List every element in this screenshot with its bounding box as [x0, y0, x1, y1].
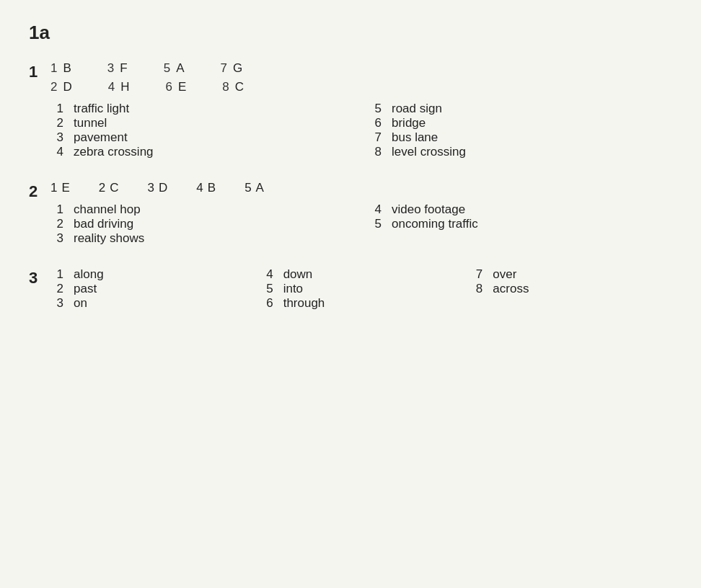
s2-vocab-text-4: video footage: [392, 202, 465, 217]
section1-answers-row1: 1 B 3 F 5 A 7 G: [50, 61, 672, 76]
s3-vocab-item-1: 1 along: [50, 267, 253, 282]
section-2-content: 1 E 2 C 3 D 4 B 5 A 1: [50, 181, 672, 246]
s1-pair-val-6: E: [178, 80, 186, 94]
s3-vocab-item-4: 4 down: [260, 267, 463, 282]
s3-vocab-num-5: 5: [260, 282, 273, 296]
s1-pair-val-4: H: [120, 80, 129, 94]
s3-vocab-text-4: down: [283, 267, 313, 282]
section-3: 3 1 along 2 past 3 on 4: [29, 267, 672, 311]
section-3-number: 3: [29, 267, 50, 288]
s3-vocab-text-6: through: [283, 296, 325, 311]
vocab-text-1: traffic light: [74, 102, 129, 116]
vocab-num-3: 3: [50, 130, 63, 145]
s1-pair-val-8: C: [235, 80, 244, 94]
section3-vocab: 1 along 2 past 3 on 4 down 5: [50, 267, 672, 311]
s2-num-1: 1: [50, 181, 57, 195]
section-1-number: 1: [29, 61, 50, 81]
s2-vocab-text-1: channel hop: [74, 202, 141, 217]
section-1-content: 1 B 3 F 5 A 7 G 2 D 4 H: [50, 61, 672, 159]
s2-num-3: 3: [148, 181, 154, 195]
s1-pair-num-1a: 1: [50, 61, 57, 76]
s3-vocab-text-5: into: [283, 282, 303, 296]
vocab-num-5: 5: [369, 102, 382, 116]
s2-answer-2: 2 C: [99, 181, 119, 195]
s1-pair-num-4: 4: [108, 80, 115, 94]
s1-pair-7: 7 G: [220, 61, 242, 76]
s2-vocab-num-3: 3: [50, 231, 63, 246]
section1-vocab: 1 traffic light 2 tunnel 3 pavement 4 ze…: [50, 102, 672, 159]
s1-pair-num-3: 3: [107, 61, 114, 76]
vocab-text-5: road sign: [392, 102, 442, 116]
section3-vocab-col3: 7 over 8 across: [469, 267, 672, 311]
s1-pair-num-8: 8: [222, 80, 229, 94]
s1-pair-1: 1 B: [50, 61, 71, 76]
s3-vocab-num-1: 1: [50, 267, 63, 282]
s2-vocab-text-3: reality shows: [74, 231, 144, 246]
section-2-number: 2: [29, 181, 50, 201]
s2-val-5: A: [256, 181, 264, 195]
s3-vocab-num-4: 4: [260, 267, 273, 282]
s3-vocab-text-7: over: [493, 267, 516, 282]
section2-answers-row: 1 E 2 C 3 D 4 B 5 A: [50, 181, 672, 195]
vocab-item-1: 1 traffic light: [50, 102, 354, 116]
s1-pair-val-2: D: [63, 80, 71, 94]
s3-vocab-text-1: along: [74, 267, 104, 282]
s2-answer-5: 5 A: [244, 181, 264, 195]
s3-vocab-num-3: 3: [50, 296, 63, 311]
s2-num-5: 5: [244, 181, 251, 195]
vocab-num-7: 7: [369, 130, 382, 145]
s2-vocab-item-3: 3 reality shows: [50, 231, 354, 246]
s2-val-1: E: [61, 181, 69, 195]
s1-pair-val-5: A: [176, 61, 184, 76]
section-2: 2 1 E 2 C 3 D 4 B 5 A: [29, 181, 672, 246]
s2-vocab-text-5: oncoming traffic: [392, 217, 478, 231]
s2-val-4: B: [208, 181, 216, 195]
vocab-text-3: pavement: [74, 130, 128, 145]
section1-vocab-left: 1 traffic light 2 tunnel 3 pavement 4 ze…: [50, 102, 354, 159]
s2-answer-1: 1 E: [50, 181, 70, 195]
s1-pair-num-2: 2: [50, 80, 57, 94]
s2-num-4: 4: [196, 181, 203, 195]
s2-vocab-item-4: 4 video footage: [369, 202, 672, 217]
section1-vocab-right: 5 road sign 6 bridge 7 bus lane 8 level …: [369, 102, 672, 159]
s3-vocab-item-2: 2 past: [50, 282, 253, 296]
vocab-item-2: 2 tunnel: [50, 116, 354, 130]
vocab-item-6: 6 bridge: [369, 116, 672, 130]
s2-vocab-num-4: 4: [369, 202, 382, 217]
page-title: 1a: [29, 22, 672, 44]
vocab-item-4: 4 zebra crossing: [50, 145, 354, 159]
s2-vocab-num-2: 2: [50, 217, 63, 231]
s1-pair-5: 5 A: [164, 61, 185, 76]
s3-vocab-text-2: past: [74, 282, 97, 296]
vocab-num-4: 4: [50, 145, 63, 159]
s2-vocab-item-2: 2 bad driving: [50, 217, 354, 231]
s3-vocab-num-7: 7: [469, 267, 482, 282]
vocab-item-7: 7 bus lane: [369, 130, 672, 145]
section2-vocab-left: 1 channel hop 2 bad driving 3 reality sh…: [50, 202, 354, 246]
vocab-text-7: bus lane: [392, 130, 438, 145]
section2-vocab-right: 4 video footage 5 oncoming traffic: [369, 202, 672, 246]
vocab-num-6: 6: [369, 116, 382, 130]
s1-pair-2: 2 D: [50, 80, 72, 94]
s2-vocab-item-5: 5 oncoming traffic: [369, 217, 672, 231]
section-1: 1 1 B 3 F 5 A 7 G 2 D: [29, 61, 672, 159]
s3-vocab-item-5: 5 into: [260, 282, 463, 296]
vocab-num-2: 2: [50, 116, 63, 130]
s3-vocab-item-3: 3 on: [50, 296, 253, 311]
s2-vocab-num-1: 1: [50, 202, 63, 217]
vocab-num-1: 1: [50, 102, 63, 116]
section-3-content: 1 along 2 past 3 on 4 down 5: [50, 267, 672, 311]
s2-val-2: C: [110, 181, 118, 195]
vocab-item-3: 3 pavement: [50, 130, 354, 145]
s1-pair-4: 4 H: [108, 80, 130, 94]
s2-num-2: 2: [99, 181, 105, 195]
s2-vocab-text-2: bad driving: [74, 217, 133, 231]
vocab-item-8: 8 level crossing: [369, 145, 672, 159]
s1-pair-num-6: 6: [166, 80, 172, 94]
s2-val-3: D: [159, 181, 167, 195]
section2-vocab: 1 channel hop 2 bad driving 3 reality sh…: [50, 202, 672, 246]
s2-answer-3: 3 D: [148, 181, 168, 195]
s3-vocab-item-8: 8 across: [469, 282, 672, 296]
s1-pair-num-7: 7: [220, 61, 226, 76]
vocab-text-2: tunnel: [74, 116, 107, 130]
